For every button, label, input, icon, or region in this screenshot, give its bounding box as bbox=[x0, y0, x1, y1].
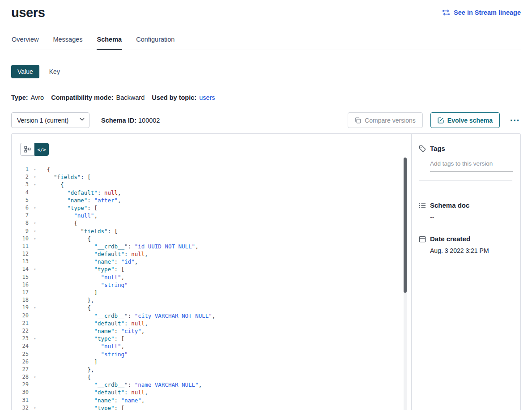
fold-spacer bbox=[32, 273, 38, 281]
code-line: 15 "null", bbox=[12, 273, 411, 281]
code-text: ] bbox=[38, 289, 98, 296]
line-number: 11 bbox=[12, 243, 29, 250]
schema-meta-row: Type: Avro Compatibility mode: Backward … bbox=[11, 94, 521, 101]
code-line: 6▾ "type": [ bbox=[12, 204, 411, 212]
version-select[interactable]: Version 1 (current) bbox=[11, 112, 89, 128]
fold-spacer bbox=[32, 358, 38, 366]
fold-arrow-icon[interactable]: ▾ bbox=[32, 204, 38, 212]
code-text: }, bbox=[38, 296, 94, 304]
more-options-button[interactable]: ⋯ bbox=[509, 116, 521, 125]
code-text: "__crdb__": "city VARCHAR NOT NULL", bbox=[38, 312, 215, 320]
tree-view-button[interactable] bbox=[20, 143, 34, 156]
type-value: Avro bbox=[31, 94, 44, 101]
fold-spacer bbox=[32, 381, 38, 389]
header: users See in Stream lineage bbox=[11, 0, 521, 21]
fold-arrow-icon[interactable]: ▾ bbox=[32, 304, 38, 312]
tab-bar: OverviewMessagesSchemaConfiguration bbox=[11, 32, 521, 50]
code-line: 25 "string" bbox=[12, 350, 411, 358]
fold-arrow-icon[interactable]: ▾ bbox=[32, 335, 38, 342]
editor-scrollbar-thumb[interactable] bbox=[404, 158, 407, 293]
code-text: "string" bbox=[38, 350, 128, 358]
code-text: "name": "name", bbox=[38, 397, 145, 404]
stream-lineage-link[interactable]: See in Stream lineage bbox=[442, 9, 521, 16]
code-view-button[interactable]: </> bbox=[34, 143, 49, 156]
schema-doc-section: Schema doc -- bbox=[419, 201, 512, 221]
line-number: 8 bbox=[12, 219, 29, 227]
fold-spacer bbox=[32, 366, 38, 373]
date-created-section: Date created Aug. 3 2022 3:21 PM bbox=[419, 235, 512, 254]
code-line: 14▾ "type": [ bbox=[12, 265, 411, 273]
tab-messages[interactable]: Messages bbox=[52, 32, 83, 50]
line-number: 17 bbox=[12, 289, 29, 296]
evolve-schema-button[interactable]: Evolve schema bbox=[430, 112, 500, 128]
tab-overview[interactable]: Overview bbox=[11, 32, 39, 50]
code-text: "type": [ bbox=[38, 335, 124, 342]
code-view-icon: </> bbox=[38, 147, 46, 152]
fold-spacer bbox=[32, 296, 38, 304]
fold-arrow-icon[interactable]: ▾ bbox=[32, 227, 38, 235]
evolve-edit-icon bbox=[438, 117, 444, 124]
compare-versions-label: Compare versions bbox=[365, 117, 416, 124]
code-text: "type": [ bbox=[38, 204, 98, 212]
code-line: 20 "__crdb__": "city VARCHAR NOT NULL", bbox=[12, 312, 411, 320]
page-root: users See in Stream lineage OverviewMess… bbox=[0, 0, 532, 410]
stream-lineage-label: See in Stream lineage bbox=[454, 9, 521, 16]
fold-arrow-icon[interactable]: ▾ bbox=[32, 265, 38, 273]
compatibility-value: Backward bbox=[116, 94, 145, 101]
line-number: 32 bbox=[12, 404, 29, 410]
compatibility-label: Compatibility mode: bbox=[51, 94, 113, 101]
code-line: 3▾ { bbox=[12, 181, 411, 188]
code-line: 7 "null", bbox=[12, 212, 411, 219]
fold-spacer bbox=[32, 327, 38, 335]
code-line: 13 "name": "id", bbox=[12, 258, 411, 265]
line-number: 12 bbox=[12, 250, 29, 258]
fold-arrow-icon[interactable]: ▾ bbox=[32, 173, 38, 181]
line-number: 14 bbox=[12, 265, 29, 273]
fold-spacer bbox=[32, 258, 38, 265]
topic-link[interactable]: users bbox=[199, 94, 215, 101]
code-line: 26 ] bbox=[12, 358, 411, 366]
code-text: { bbox=[38, 181, 64, 188]
fold-arrow-icon[interactable]: ▾ bbox=[32, 166, 38, 173]
fold-arrow-icon[interactable]: ▾ bbox=[32, 404, 38, 410]
date-created-header: Date created bbox=[419, 235, 512, 243]
line-number: 29 bbox=[12, 381, 29, 389]
code-line: 29 "__crdb__": "name VARCHAR NULL", bbox=[12, 381, 411, 389]
schema-doc-header: Schema doc bbox=[419, 201, 512, 209]
compare-versions-button[interactable]: Compare versions bbox=[348, 112, 423, 128]
line-number: 15 bbox=[12, 273, 29, 281]
schema-editor: </> 1▾{2▾ "fields": [3▾ {4 "default": nu… bbox=[12, 134, 411, 410]
value-toggle-button[interactable]: Value bbox=[11, 65, 39, 78]
code-line: 28▾ { bbox=[12, 373, 411, 381]
line-number: 21 bbox=[12, 320, 29, 327]
calendar-icon bbox=[419, 235, 426, 243]
code-text: "name": "id", bbox=[38, 258, 138, 265]
fold-spacer bbox=[32, 289, 38, 296]
date-created-value: Aug. 3 2022 3:21 PM bbox=[430, 247, 512, 254]
doc-list-icon bbox=[419, 202, 426, 209]
line-number: 9 bbox=[12, 227, 29, 235]
code-line: 17 ] bbox=[12, 289, 411, 296]
editor-view-toggle: </> bbox=[20, 143, 49, 156]
fold-arrow-icon[interactable]: ▾ bbox=[32, 219, 38, 227]
line-number: 31 bbox=[12, 397, 29, 404]
line-number: 3 bbox=[12, 181, 29, 188]
tags-input[interactable] bbox=[430, 159, 513, 171]
tab-configuration[interactable]: Configuration bbox=[136, 32, 175, 50]
fold-arrow-icon[interactable]: ▾ bbox=[32, 235, 38, 243]
tags-header: Tags bbox=[419, 145, 512, 152]
key-toggle-button[interactable]: Key bbox=[49, 68, 60, 75]
code-line: 1▾{ bbox=[12, 166, 411, 173]
tree-view-icon bbox=[24, 146, 31, 153]
tab-schema[interactable]: Schema bbox=[97, 32, 123, 50]
fold-spacer bbox=[32, 250, 38, 258]
date-created-title: Date created bbox=[430, 235, 470, 243]
page-title: users bbox=[11, 5, 45, 20]
fold-arrow-icon[interactable]: ▾ bbox=[32, 373, 38, 381]
fold-arrow-icon[interactable]: ▾ bbox=[32, 181, 38, 188]
code-text: ] bbox=[38, 358, 98, 366]
code-text: "null", bbox=[38, 273, 124, 281]
fold-spacer bbox=[32, 212, 38, 219]
code-text: "fields": [ bbox=[38, 227, 118, 235]
schema-panel: </> 1▾{2▾ "fields": [3▾ {4 "default": nu… bbox=[11, 133, 521, 410]
